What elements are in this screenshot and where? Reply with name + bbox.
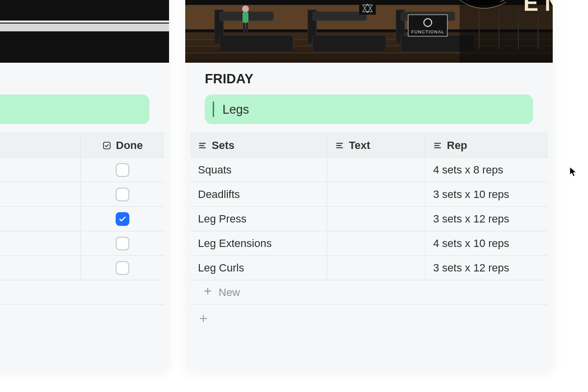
table-header-row: Sets Text Rep bbox=[190, 133, 548, 158]
plus-icon bbox=[198, 313, 209, 324]
sets-cell[interactable]: Squats bbox=[190, 158, 327, 182]
rep-cell[interactable]: x 10 reps bbox=[0, 231, 81, 255]
table-row[interactable]: x 12 reps bbox=[0, 207, 164, 231]
text-cell[interactable] bbox=[327, 182, 425, 206]
workout-card-friday: FUNCTIONAL E N FRIDAY Legs bbox=[185, 0, 553, 370]
rep-cell[interactable]: 3 sets x 10 reps bbox=[425, 182, 548, 206]
banner-image-left bbox=[0, 0, 169, 63]
done-checkbox[interactable] bbox=[116, 163, 129, 177]
rep-cell[interactable]: 4 sets x 10 reps bbox=[425, 231, 548, 255]
table-row[interactable]: Leg Curls3 sets x 12 reps bbox=[190, 256, 548, 280]
col-text-header[interactable]: Text bbox=[327, 133, 425, 157]
banner-image-right: FUNCTIONAL E N bbox=[185, 0, 553, 63]
add-group-button[interactable] bbox=[185, 305, 553, 332]
group-pill[interactable]: Legs bbox=[205, 95, 533, 124]
svg-rect-32 bbox=[246, 23, 248, 33]
done-cell[interactable] bbox=[81, 256, 164, 280]
svg-rect-7 bbox=[0, 21, 169, 23]
rep-cell[interactable]: 3 sets x 12 reps bbox=[425, 256, 548, 280]
done-cell[interactable] bbox=[81, 158, 164, 182]
text-align-icon bbox=[433, 141, 442, 150]
day-title-left bbox=[0, 63, 169, 92]
svg-rect-6 bbox=[0, 24, 169, 31]
add-row-label: New bbox=[219, 286, 240, 299]
table-row[interactable]: x 10 reps bbox=[0, 182, 164, 207]
table-row[interactable]: x 10 reps bbox=[0, 231, 164, 256]
rep-cell[interactable]: x 10 reps bbox=[0, 182, 81, 206]
table-row[interactable]: Squats4 sets x 8 reps bbox=[190, 158, 548, 182]
rep-cell[interactable]: x 12 reps bbox=[0, 207, 81, 231]
done-cell[interactable] bbox=[81, 182, 164, 206]
checkbox-column-icon bbox=[102, 141, 111, 150]
exercise-table-left: p Done x 8 repsx 10 repsx 12 repsx 10 re… bbox=[0, 133, 164, 305]
mouse-cursor-icon bbox=[569, 167, 577, 179]
sets-cell[interactable]: Leg Curls bbox=[190, 256, 327, 280]
done-checkbox[interactable] bbox=[116, 261, 129, 275]
svg-rect-24 bbox=[313, 35, 386, 52]
text-align-icon bbox=[198, 141, 207, 150]
workout-card-left: p Done x 8 repsx 10 repsx 12 repsx 10 re… bbox=[0, 0, 169, 370]
svg-rect-12 bbox=[103, 142, 110, 149]
col-sets-header[interactable]: Sets bbox=[190, 133, 327, 157]
svg-text:FUNCTIONAL: FUNCTIONAL bbox=[411, 29, 444, 34]
done-checkbox[interactable] bbox=[116, 212, 129, 226]
col-done-header[interactable]: Done bbox=[81, 133, 164, 157]
add-row-button[interactable]: New bbox=[190, 280, 548, 305]
day-title: FRIDAY bbox=[185, 63, 553, 92]
table-header-row: p Done bbox=[0, 133, 164, 158]
svg-text:E N: E N bbox=[523, 0, 553, 16]
done-checkbox[interactable] bbox=[116, 188, 129, 201]
table-row[interactable]: Deadlifts3 sets x 10 reps bbox=[190, 182, 548, 207]
text-cell[interactable] bbox=[327, 158, 425, 182]
svg-rect-25 bbox=[313, 12, 367, 21]
col-rep-header[interactable]: p bbox=[0, 133, 81, 157]
group-pill-label: Legs bbox=[222, 102, 249, 117]
sets-cell[interactable]: Leg Extensions bbox=[190, 231, 327, 255]
caret-icon bbox=[213, 101, 214, 117]
svg-rect-30 bbox=[243, 12, 248, 24]
svg-point-29 bbox=[242, 5, 249, 12]
text-cell[interactable] bbox=[327, 207, 425, 231]
col-rep-header[interactable]: Rep bbox=[425, 133, 548, 157]
exercise-table: Sets Text Rep Squats4 sets x 8 repsDeadl… bbox=[190, 133, 548, 305]
table-row-empty bbox=[0, 280, 164, 305]
table-row[interactable]: x 12 reps bbox=[0, 256, 164, 280]
rep-cell[interactable]: x 8 reps bbox=[0, 158, 81, 182]
text-cell[interactable] bbox=[327, 256, 425, 280]
done-checkbox[interactable] bbox=[116, 237, 129, 250]
sets-cell[interactable]: Leg Press bbox=[190, 207, 327, 231]
table-row[interactable]: x 8 reps bbox=[0, 158, 164, 182]
done-cell[interactable] bbox=[81, 207, 164, 231]
text-align-icon bbox=[335, 141, 344, 150]
table-row[interactable]: Leg Press3 sets x 12 reps bbox=[190, 207, 548, 231]
svg-rect-21 bbox=[220, 35, 293, 52]
done-cell[interactable] bbox=[81, 231, 164, 255]
rep-cell[interactable]: x 12 reps bbox=[0, 256, 81, 280]
sets-cell[interactable]: Deadlifts bbox=[190, 182, 327, 206]
table-row[interactable]: Leg Extensions4 sets x 10 reps bbox=[190, 231, 548, 256]
rep-cell[interactable]: 4 sets x 8 reps bbox=[425, 158, 548, 182]
rep-cell[interactable]: 3 sets x 12 reps bbox=[425, 207, 548, 231]
group-pill-left[interactable] bbox=[0, 95, 149, 124]
plus-icon bbox=[203, 286, 213, 299]
svg-rect-31 bbox=[243, 23, 245, 33]
text-cell[interactable] bbox=[327, 231, 425, 255]
